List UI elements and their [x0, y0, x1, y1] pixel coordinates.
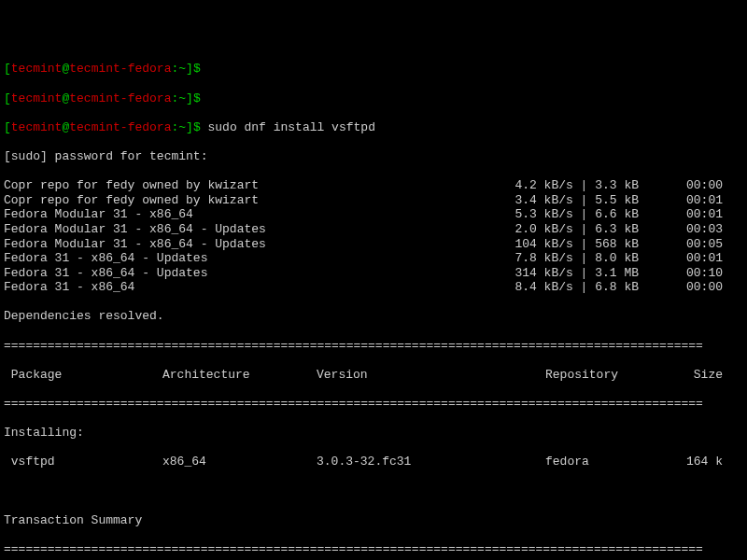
repo-line: Fedora 31 - x86_648.4 kB/s | 6.8 kB00:00 [4, 280, 743, 295]
prompt-line-3[interactable]: [tecmint@tecmint-fedora:~]$ sudo dnf ins… [4, 120, 743, 135]
divider-mid: ========================================… [4, 397, 743, 412]
repo-sync-output: Copr repo for fedy owned by kwizart4.2 k… [4, 178, 743, 295]
repo-line: Fedora Modular 31 - x86_645.3 kB/s | 6.6… [4, 207, 743, 222]
repo-line: Fedora Modular 31 - x86_64 - Updates2.0 … [4, 222, 743, 237]
table-header: PackageArchitectureVersionRepositorySize [4, 368, 743, 383]
repo-line: Copr repo for fedy owned by kwizart3.4 k… [4, 193, 743, 208]
prompt-line-1: [tecmint@tecmint-fedora:~]$ [4, 62, 743, 77]
deps-resolved: Dependencies resolved. [4, 309, 743, 324]
package-row: vsftpdx86_643.0.3-32.fc31fedora164 k [4, 455, 743, 469]
installing-label: Installing: [4, 426, 743, 441]
command-text: sudo dnf install vsftpd [208, 120, 375, 134]
divider-bottom: ========================================… [4, 542, 743, 557]
repo-line: Fedora 31 - x86_64 - Updates7.8 kB/s | 8… [4, 251, 743, 266]
repo-line: Copr repo for fedy owned by kwizart4.2 k… [4, 178, 743, 193]
blank-1 [4, 484, 743, 499]
divider-top: ========================================… [4, 339, 743, 354]
sudo-prompt: [sudo] password for tecmint: [4, 149, 743, 164]
prompt-line-2: [tecmint@tecmint-fedora:~]$ [4, 91, 743, 106]
repo-line: Fedora 31 - x86_64 - Updates314 kB/s | 3… [4, 266, 743, 281]
transaction-summary: Transaction Summary [4, 513, 743, 528]
repo-line: Fedora Modular 31 - x86_64 - Updates104 … [4, 237, 743, 252]
